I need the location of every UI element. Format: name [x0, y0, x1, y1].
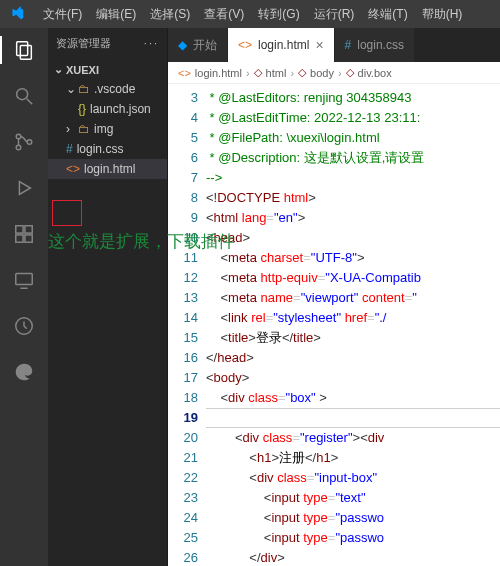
- tab-login-html[interactable]: <> login.html ×: [228, 28, 335, 62]
- project-root[interactable]: ⌄XUEXI: [48, 60, 167, 79]
- svg-point-5: [16, 145, 21, 150]
- editor-area: ◆ 开始 <> login.html × # login.css <> logi…: [168, 28, 500, 566]
- svg-marker-7: [19, 182, 30, 195]
- search-icon[interactable]: [10, 82, 38, 110]
- annotation-text: 这个就是扩展，下载插件: [48, 230, 235, 253]
- css-file-icon: #: [345, 38, 352, 52]
- vscode-icon: ◆: [178, 38, 187, 52]
- timeline-icon[interactable]: [10, 312, 38, 340]
- code-editor[interactable]: 3456789101112131415161718192021222324252…: [168, 84, 500, 566]
- svg-rect-1: [20, 45, 31, 59]
- vscode-logo-icon: [10, 6, 26, 22]
- menu-item[interactable]: 运行(R): [307, 3, 362, 25]
- editor-tabs: ◆ 开始 <> login.html × # login.css: [168, 28, 500, 62]
- run-debug-icon[interactable]: [10, 174, 38, 202]
- file-launch-json[interactable]: {}launch.json: [48, 99, 167, 119]
- svg-rect-12: [16, 274, 33, 285]
- tab-login-css[interactable]: # login.css: [335, 28, 415, 62]
- menu-bar: 文件(F)编辑(E)选择(S)查看(V)转到(G)运行(R)终端(T)帮助(H): [0, 0, 500, 28]
- svg-line-3: [27, 99, 33, 105]
- svg-rect-9: [16, 235, 23, 242]
- close-icon[interactable]: ×: [315, 37, 323, 53]
- svg-point-4: [16, 134, 21, 139]
- sidebar-more-icon[interactable]: ···: [144, 37, 159, 49]
- extensions-icon[interactable]: [10, 220, 38, 248]
- edge-icon[interactable]: [10, 358, 38, 386]
- explorer-sidebar: 资源管理器 ··· ⌄XUEXI ⌄🗀.vscode {}launch.json…: [48, 28, 168, 566]
- menu-item[interactable]: 帮助(H): [415, 3, 470, 25]
- menu-item[interactable]: 终端(T): [361, 3, 414, 25]
- annotation-highlight-box: [52, 200, 82, 226]
- svg-rect-10: [25, 235, 32, 242]
- menu-item[interactable]: 编辑(E): [89, 3, 143, 25]
- menu-item[interactable]: 查看(V): [197, 3, 251, 25]
- source-control-icon[interactable]: [10, 128, 38, 156]
- menu-item[interactable]: 文件(F): [36, 3, 89, 25]
- svg-point-2: [17, 89, 28, 100]
- remote-icon[interactable]: [10, 266, 38, 294]
- html-file-icon: <>: [238, 38, 252, 52]
- file-login-css[interactable]: #login.css: [48, 139, 167, 159]
- line-numbers: 3456789101112131415161718192021222324252…: [168, 84, 206, 566]
- tab-start[interactable]: ◆ 开始: [168, 28, 228, 62]
- activity-bar: [0, 28, 48, 566]
- explorer-icon[interactable]: [10, 36, 38, 64]
- code-lines[interactable]: * @LastEditors: renjing 304358943 * @Las…: [206, 84, 500, 566]
- sidebar-title: 资源管理器: [56, 36, 111, 51]
- folder-vscode[interactable]: ⌄🗀.vscode: [48, 79, 167, 99]
- svg-point-6: [27, 140, 32, 145]
- svg-rect-0: [17, 42, 28, 56]
- file-login-html[interactable]: <>login.html: [48, 159, 167, 179]
- menu-item[interactable]: 转到(G): [251, 3, 306, 25]
- folder-img[interactable]: ›🗀img: [48, 119, 167, 139]
- svg-rect-11: [25, 226, 32, 233]
- breadcrumbs[interactable]: <> login.html› ◇html› ◇body› ◇div.box: [168, 62, 500, 84]
- svg-rect-8: [16, 226, 23, 233]
- menu-item[interactable]: 选择(S): [143, 3, 197, 25]
- file-tree: ⌄XUEXI ⌄🗀.vscode {}launch.json ›🗀img #lo…: [48, 58, 167, 181]
